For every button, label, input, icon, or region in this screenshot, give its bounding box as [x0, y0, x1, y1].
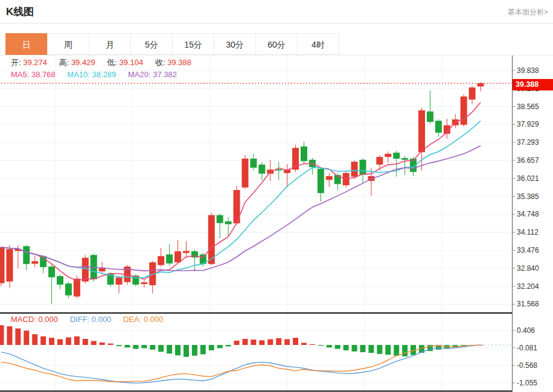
macd-bar: [117, 345, 122, 346]
macd-label: MACD:: [11, 315, 36, 324]
macd-bar: [226, 345, 231, 346]
macd-value: 0.000: [39, 315, 59, 324]
open-value: 39.274: [23, 58, 47, 67]
macd-bar: [267, 339, 273, 345]
open-label: 开:: [11, 58, 21, 67]
candle-body: [183, 251, 190, 253]
candle-body: [478, 83, 484, 86]
macd-bar: [32, 334, 37, 345]
y-axis-label: 31.568: [517, 300, 539, 308]
macd-bar: [24, 330, 29, 345]
tab-day[interactable]: 日: [5, 33, 48, 55]
y-axis-label: 34.748: [517, 210, 539, 218]
ma20-label: MA20:: [128, 70, 151, 79]
y-axis-label: 39.838: [517, 66, 539, 75]
macd-bar: [150, 345, 155, 350]
dea-value: 0.000: [144, 315, 164, 324]
ma5-value: 38.768: [31, 70, 56, 79]
macd-bar: [344, 345, 349, 350]
macd-bar: [276, 338, 281, 345]
macd-bar: [352, 345, 357, 352]
macd-bar: [66, 337, 71, 345]
candle-body: [99, 268, 106, 271]
macd-bar: [158, 345, 164, 352]
macd-bar: [200, 345, 206, 354]
candle-body: [0, 247, 5, 283]
candle-body: [23, 246, 30, 264]
macd-bar: [335, 345, 340, 349]
dea-label: DEA:: [123, 315, 141, 324]
candle-body: [217, 215, 223, 223]
macd-bar: [108, 344, 113, 345]
macd-bar: [318, 345, 324, 346]
macd-bar: [251, 340, 256, 345]
candle-body: [461, 96, 467, 125]
candle-body: [351, 162, 358, 177]
candle-body: [116, 277, 123, 285]
macd-bar: [327, 345, 332, 347]
tab-60min[interactable]: 60分: [255, 33, 298, 55]
tab-15min[interactable]: 15分: [172, 33, 214, 55]
macd-bar: [217, 345, 223, 348]
macd-bar: [184, 345, 189, 357]
y-axis-label: -1.055: [517, 379, 537, 387]
candle-body: [469, 87, 476, 100]
tab-week[interactable]: 周: [47, 33, 89, 55]
tab-4hour[interactable]: 4时: [297, 33, 339, 55]
macd-bar: [242, 339, 248, 345]
candle-body: [225, 221, 232, 224]
macd-bar: [301, 343, 307, 345]
macd-bar: [167, 345, 172, 353]
candle-body: [427, 112, 433, 122]
candle-body: [74, 279, 80, 297]
y-axis-label: 37.293: [517, 138, 539, 147]
macd-bar: [40, 337, 46, 345]
tab-30min[interactable]: 30分: [214, 33, 256, 55]
y-axis-label: -0.568: [517, 361, 537, 370]
ma-readout: MA5: 38.768 MA10: 38.289 MA20: 37.382: [11, 70, 187, 79]
candle-body: [31, 261, 38, 264]
current-price-badge: 39.388: [513, 79, 553, 90]
ma10-label: MA10:: [67, 70, 90, 79]
macd-bar: [209, 345, 214, 350]
y-axis-label: 36.657: [517, 156, 539, 165]
macd-bar: [133, 345, 138, 349]
macd-bar: [74, 337, 80, 345]
tab-month[interactable]: 月: [89, 33, 131, 55]
candle-body: [158, 256, 164, 265]
y-axis-label: -0.081: [517, 344, 537, 352]
candle-body: [385, 154, 391, 157]
candle-body: [376, 157, 383, 165]
period-tab-bar: 日 周 月 5分 15分 30分 60分 4时: [6, 33, 339, 55]
candle-body: [418, 110, 425, 152]
macd-bar: [310, 344, 315, 345]
macd-bar: [124, 345, 130, 347]
candle-body: [435, 121, 442, 133]
y-axis-label: 33.476: [517, 246, 539, 254]
macd-bar: [100, 343, 105, 345]
ohlc-readout: 开: 39.274 高: 39.429 低: 39.104 收: 39.388: [11, 57, 201, 68]
ma20-line: [1, 146, 481, 271]
y-axis-label: 37.929: [517, 120, 539, 128]
macd-bar: [293, 338, 298, 345]
close-label: 收:: [155, 58, 165, 67]
candle-body: [326, 176, 333, 180]
candle-body: [166, 254, 173, 264]
low-value: 39.104: [120, 58, 144, 67]
macd-bar: [284, 339, 290, 345]
y-axis-label: 38.565: [517, 103, 539, 111]
macd-bar: [15, 329, 21, 345]
macd-bar: [49, 338, 54, 345]
y-axis-label: 34.112: [517, 228, 539, 236]
macd-bar: [360, 345, 365, 352]
candle-body: [57, 276, 63, 285]
candle-body: [318, 169, 324, 193]
macd-bar: [234, 341, 240, 345]
candle-body: [48, 267, 55, 277]
diff-line: [1, 345, 481, 383]
diff-label: DIFF:: [70, 315, 90, 324]
candle-body: [258, 165, 265, 174]
macd-bar: [368, 345, 374, 353]
y-axis-label: 32.840: [517, 264, 539, 273]
tab-5min[interactable]: 5分: [130, 33, 173, 55]
